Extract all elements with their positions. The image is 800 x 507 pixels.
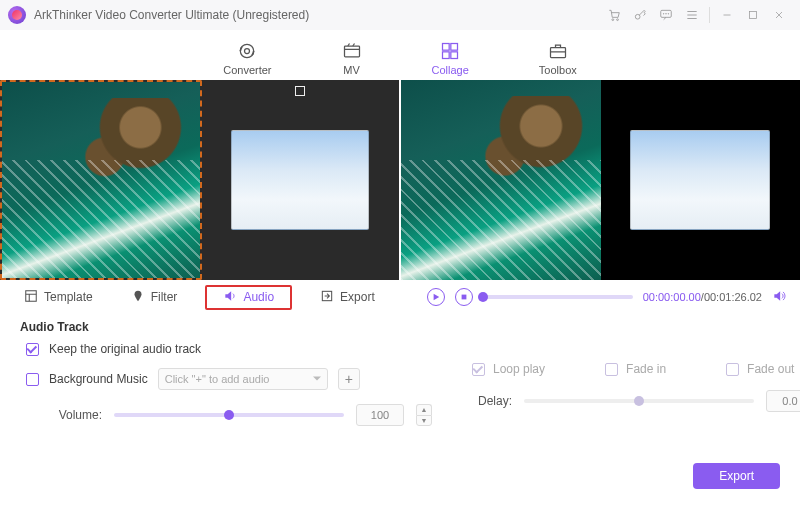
preview-pane [401,80,800,280]
duration-time: /00:01:26.02 [701,291,762,303]
svg-point-5 [666,14,667,15]
playback-bar: 00:00:00.00/00:01:26.02 [427,288,786,306]
svg-point-0 [612,19,614,21]
template-icon [24,289,38,306]
svg-rect-16 [26,290,37,301]
tab-filter[interactable]: Filter [121,285,188,310]
keep-original-row: Keep the original audio track [26,342,780,356]
selection-handle[interactable] [295,86,305,96]
volume-icon[interactable] [772,289,786,306]
tab-label: Template [44,290,93,304]
tab-mv[interactable]: MV [342,41,362,80]
keep-original-checkbox[interactable] [26,343,39,356]
video-thumbnail-ocean [2,82,200,278]
converter-icon [237,41,257,61]
svg-rect-7 [750,12,757,19]
cart-icon[interactable] [601,2,627,28]
maximize-button[interactable] [740,2,766,28]
minimize-button[interactable] [714,2,740,28]
bgm-select[interactable]: Click "+" to add audio [158,368,328,390]
tab-template[interactable]: Template [14,285,103,310]
export-icon [320,289,334,306]
tab-collage[interactable]: Collage [432,41,469,80]
keep-original-label: Keep the original audio track [49,342,201,356]
edit-pane [0,80,399,280]
loop-label: Loop play [493,362,545,376]
export-button[interactable]: Export [693,463,780,489]
fadein-checkbox[interactable] [605,363,618,376]
feedback-icon[interactable] [653,2,679,28]
app-logo [8,6,26,24]
stop-button[interactable] [455,288,473,306]
delay-slider[interactable] [524,399,754,403]
preview-slot-2 [601,80,801,280]
delay-label: Delay: [472,394,512,408]
svg-point-2 [635,14,640,19]
timecode: 00:00:00.00/00:01:26.02 [643,291,762,303]
collage-editor [0,80,800,280]
svg-rect-18 [461,295,466,300]
toolbox-icon [548,41,568,61]
slider-thumb[interactable] [224,410,234,420]
tab-export[interactable]: Export [310,285,385,310]
collage-slot-2[interactable] [202,80,400,280]
background-music-row: Background Music Click "+" to add audio … [26,368,432,390]
svg-point-6 [668,14,669,15]
volume-up-button[interactable]: ▲ [416,404,432,415]
audio-panel: Audio Track Keep the original audio trac… [0,314,800,432]
tab-label: Converter [223,64,271,76]
fadeout-label: Fade out [747,362,794,376]
collage-slot-1[interactable] [0,80,202,280]
bgm-label: Background Music [49,372,148,386]
video-thumbnail-ocean [401,80,601,280]
svg-rect-15 [550,48,565,58]
menu-icon[interactable] [679,2,705,28]
mv-icon [342,41,362,61]
audio-icon [223,289,237,306]
svg-point-8 [241,44,254,57]
volume-label: Volume: [46,408,102,422]
volume-row: Volume: 100 ▲ ▼ [46,404,432,426]
current-time: 00:00:00.00 [643,291,701,303]
volume-down-button[interactable]: ▼ [416,415,432,427]
tab-label: Filter [151,290,178,304]
close-button[interactable] [766,2,792,28]
svg-rect-14 [451,52,458,59]
slider-thumb[interactable] [634,396,644,406]
filter-icon [131,289,145,306]
video-thumbnail-sky [231,130,369,230]
svg-rect-10 [344,46,359,57]
svg-point-9 [245,49,250,54]
delay-value[interactable]: 0.0 [766,390,800,412]
video-thumbnail-sky [630,130,770,230]
tab-toolbox[interactable]: Toolbox [539,41,577,80]
playback-progress[interactable] [483,295,633,299]
loop-checkbox[interactable] [472,363,485,376]
tab-label: Audio [243,290,274,304]
fadein-label: Fade in [626,362,666,376]
tab-audio[interactable]: Audio [205,285,292,310]
playback-options: Loop play Fade in Fade out [472,362,800,376]
svg-rect-11 [443,44,450,51]
separator [709,7,710,23]
tab-label: Export [340,290,375,304]
volume-value[interactable]: 100 [356,404,404,426]
bgm-checkbox[interactable] [26,373,39,386]
app-title: ArkThinker Video Converter Ultimate (Unr… [34,8,309,22]
svg-point-1 [617,19,619,21]
footer: Export [693,463,780,489]
volume-slider[interactable] [114,413,344,417]
preview-slot-1 [401,80,601,280]
tab-label: MV [343,64,360,76]
volume-spinner: ▲ ▼ [416,404,432,426]
play-button[interactable] [427,288,445,306]
key-icon[interactable] [627,2,653,28]
svg-rect-12 [451,44,458,51]
tab-label: Collage [432,64,469,76]
tab-converter[interactable]: Converter [223,41,271,80]
add-audio-button[interactable]: + [338,368,360,390]
progress-thumb[interactable] [478,292,488,302]
collage-icon [440,41,460,61]
fadeout-checkbox[interactable] [726,363,739,376]
section-label: Audio Track [20,320,780,334]
